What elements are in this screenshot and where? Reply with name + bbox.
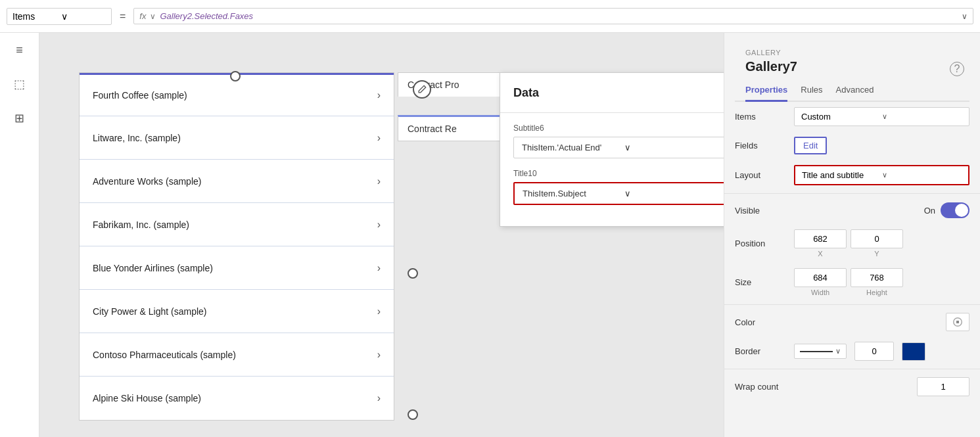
fx-label: fx — [139, 11, 146, 21]
edit-icon-circle[interactable] — [413, 80, 431, 99]
gallery-item-text: Fourth Coffee (sample) — [93, 90, 377, 101]
size-height-group — [851, 268, 903, 287]
tab-rules[interactable]: Rules — [801, 80, 822, 102]
gallery-item[interactable]: Fabrikam, Inc. (sample) › — [80, 203, 394, 246]
props-border-label: Border — [735, 346, 794, 356]
layout-dropdown-chevron: ∨ — [882, 171, 962, 179]
props-size-row: Size Width Height — [724, 263, 980, 302]
data-panel: Data × Subtitle6 ThisItem.'Actual End' ∨… — [500, 72, 724, 227]
gallery-item-text: Alpine Ski House (sample) — [93, 393, 377, 403]
tab-advanced[interactable]: Advanced — [836, 80, 874, 102]
subtitle-chevron: ∨ — [624, 143, 724, 152]
help-icon[interactable]: ? — [950, 62, 964, 76]
resize-handle-mid[interactable] — [408, 268, 418, 279]
props-position-label: Position — [735, 239, 794, 248]
left-sidebar: ≡ ⬚ ⊞ — [0, 33, 39, 437]
data-panel-close-button[interactable]: × — [717, 83, 724, 102]
props-visible-label: Visible — [735, 206, 794, 216]
props-wrap-label: Wrap count — [735, 382, 794, 392]
props-wrap-row: Wrap count — [724, 372, 980, 402]
y-label: Y — [851, 250, 903, 258]
props-fields-row: Fields Edit — [724, 131, 980, 160]
gallery-item-text: Litware, Inc. (sample) — [93, 133, 377, 143]
formula-text: Gallery2.Selected.Faxes — [160, 11, 958, 21]
height-label: Height — [851, 288, 903, 296]
props-visible-value: On — [794, 202, 969, 218]
gallery-chevron: › — [377, 349, 381, 361]
fields-edit-button[interactable]: Edit — [794, 137, 827, 154]
visible-toggle-container: On — [794, 202, 969, 218]
wrap-count-input[interactable] — [917, 377, 969, 396]
position-pair — [794, 229, 903, 248]
border-width-input[interactable] — [854, 342, 894, 361]
subtitle-dropdown[interactable]: ThisItem.'Actual End' ∨ — [513, 137, 724, 158]
props-layout-row: Layout Title and subtitle ∨ — [724, 160, 980, 191]
divider-3 — [724, 369, 980, 369]
color-swatch[interactable] — [946, 313, 969, 331]
border-style-dropdown[interactable]: ∨ — [794, 344, 847, 359]
layout-dropdown[interactable]: Title and subtitle ∨ — [794, 165, 969, 185]
gallery-item[interactable]: City Power & Light (sample) › — [80, 290, 394, 333]
resize-handle-bot[interactable] — [408, 409, 418, 420]
formula-bar[interactable]: fx ∨ Gallery2.Selected.Faxes ∨ — [133, 8, 973, 24]
items-chevron: ∨ — [61, 11, 106, 22]
props-items-label: Items — [735, 112, 794, 122]
data-panel-header: Data × — [500, 73, 724, 113]
props-layout-label: Layout — [735, 170, 794, 180]
items-label: Items — [12, 11, 57, 22]
gallery-item[interactable]: Litware, Inc. (sample) › — [80, 116, 394, 160]
visible-toggle[interactable] — [941, 202, 969, 218]
size-inputs: Width Height — [794, 268, 903, 296]
size-pair — [794, 268, 903, 287]
formula-dropdown[interactable]: ∨ — [962, 12, 968, 21]
position-labels: X Y — [794, 250, 903, 258]
data-panel-title: Data — [513, 86, 717, 100]
border-dropdown-chevron: ∨ — [835, 347, 841, 356]
sidebar-icon-layers[interactable]: ⬚ — [9, 74, 30, 95]
detail-panel-subheader: Contract Re — [398, 115, 516, 141]
gallery-item[interactable]: Contoso Pharmaceuticals (sample) › — [80, 333, 394, 377]
gallery-chevron: › — [377, 132, 381, 144]
items-dropdown-right[interactable]: Custom ∨ — [794, 107, 969, 126]
title-value: ThisItem.Subject — [523, 189, 624, 198]
formula-chevron[interactable]: ∨ — [150, 12, 156, 21]
sidebar-icon-menu[interactable]: ≡ — [9, 39, 30, 60]
gallery-item[interactable]: Alpine Ski House (sample) › — [80, 377, 394, 420]
size-height-input[interactable] — [851, 268, 903, 287]
position-y-group — [851, 229, 903, 248]
tab-properties[interactable]: Properties — [745, 80, 787, 102]
props-visible-row: Visible On — [724, 196, 980, 224]
width-label: Width — [794, 288, 847, 296]
title-dropdown[interactable]: ThisItem.Subject ∨ — [513, 182, 724, 205]
gallery-item-text: Adventure Works (sample) — [93, 176, 377, 187]
detail-header-line2: Contract Re — [408, 124, 457, 134]
gallery-item-text: City Power & Light (sample) — [93, 306, 377, 317]
size-width-group — [794, 268, 847, 287]
gallery-panel: Fourth Coffee (sample) › Litware, Inc. (… — [79, 72, 394, 421]
sidebar-icon-grid[interactable]: ⊞ — [9, 108, 30, 129]
props-gallery-name: Gallery7 — [735, 58, 808, 80]
canvas-area: Fourth Coffee (sample) › Litware, Inc. (… — [39, 33, 724, 437]
items-dropdown[interactable]: Items ∨ — [7, 8, 112, 25]
x-label: X — [794, 250, 847, 258]
position-y-input[interactable] — [851, 229, 903, 248]
gallery-item[interactable]: Blue Yonder Airlines (sample) › — [80, 246, 394, 290]
position-x-input[interactable] — [794, 229, 847, 248]
props-tabs: Properties Rules Advanced — [735, 80, 969, 102]
size-width-input[interactable] — [794, 268, 847, 287]
gallery-chevron: › — [377, 175, 381, 187]
title-field-label: Title10 — [513, 169, 724, 178]
equals-sign: = — [117, 11, 128, 22]
toggle-knob — [955, 204, 968, 217]
border-color-swatch[interactable] — [902, 342, 925, 361]
layout-dropdown-value: Title and subtitle — [802, 170, 882, 180]
subtitle-field-label: Subtitle6 — [513, 124, 724, 133]
gallery-item[interactable]: Adventure Works (sample) › — [80, 160, 394, 203]
props-color-label: Color — [735, 317, 794, 327]
gallery-item-text: Blue Yonder Airlines (sample) — [93, 263, 377, 273]
size-labels: Width Height — [794, 288, 903, 296]
props-border-value: ∨ — [794, 342, 969, 361]
divider-1 — [724, 193, 980, 194]
resize-handle-top[interactable] — [230, 71, 241, 81]
main-area: ≡ ⬚ ⊞ Fourth Coffee (sample) › Litware, … — [0, 33, 980, 437]
